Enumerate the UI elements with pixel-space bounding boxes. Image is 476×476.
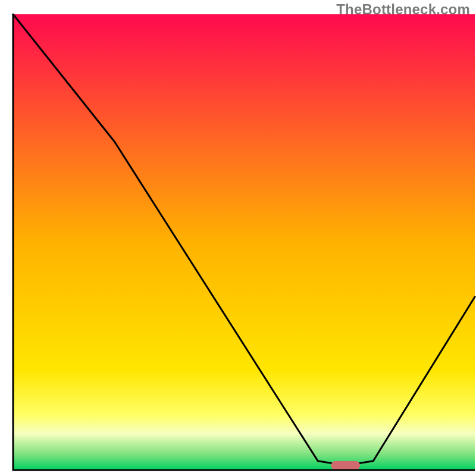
bottleneck-chart-svg: [0, 0, 476, 476]
chart-container: TheBottleneck.com: [0, 0, 476, 476]
optimum-marker: [331, 461, 360, 469]
plot-background: [13, 14, 475, 470]
site-watermark: TheBottleneck.com: [336, 1, 470, 18]
